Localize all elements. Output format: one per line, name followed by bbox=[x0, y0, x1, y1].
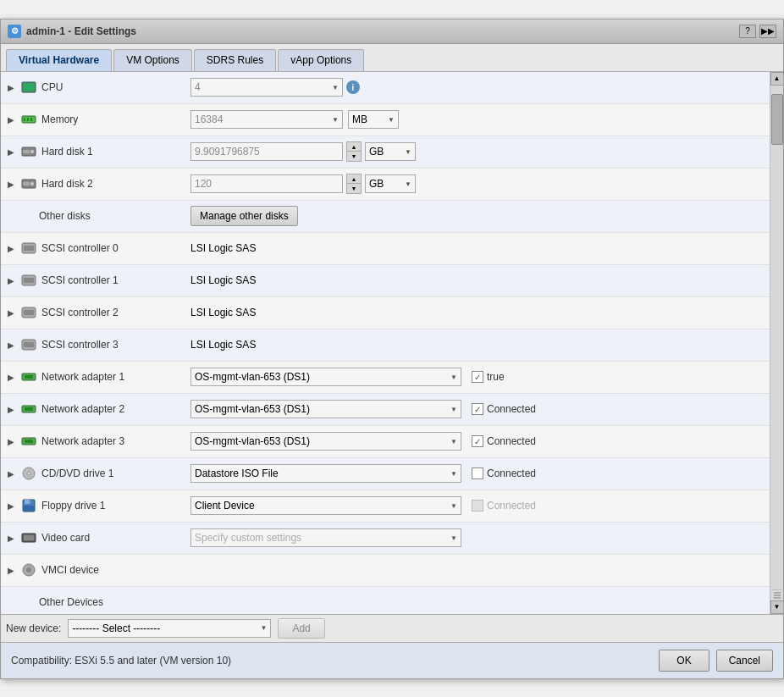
forward-button[interactable]: ▶▶ bbox=[759, 25, 776, 38]
hd1-input[interactable]: 9.9091796875 bbox=[190, 142, 343, 161]
hd1-icon bbox=[20, 145, 37, 158]
title-bar: ⚙ admin-1 - Edit Settings ? ▶▶ bbox=[1, 19, 783, 44]
nic1-connected-checkbox[interactable]: ✓ bbox=[472, 371, 483, 383]
cpu-dropdown-arrow: ▼ bbox=[332, 84, 339, 91]
hd1-value-cell: 9.9091796875 ▲ ▼ GB ▼ bbox=[190, 141, 766, 162]
hd1-spin[interactable]: ▲ ▼ bbox=[346, 141, 362, 162]
hd1-spin-down[interactable]: ▼ bbox=[347, 152, 361, 161]
table-row: Other disks Manage other disks bbox=[1, 201, 770, 233]
scsi2-icon bbox=[20, 306, 37, 319]
tab-sdrs-rules[interactable]: SDRS Rules bbox=[194, 49, 276, 71]
table-area: ▶ CPU 4 ▼ i bbox=[1, 72, 770, 614]
scsi1-value: LSI Logic SAS bbox=[190, 274, 256, 286]
hd2-input[interactable]: 120 bbox=[190, 174, 343, 193]
scroll-thumb[interactable] bbox=[771, 94, 783, 145]
svg-rect-1 bbox=[25, 84, 33, 91]
scsi3-value-cell: LSI Logic SAS bbox=[190, 339, 766, 351]
table-row: ▶ Video card Specify custom settings ▼ bbox=[1, 523, 770, 555]
memory-unit-select[interactable]: MB ▼ bbox=[348, 110, 399, 129]
scsi2-expand-arrow[interactable]: ▶ bbox=[8, 308, 18, 318]
nic1-expand-arrow[interactable]: ▶ bbox=[8, 373, 18, 382]
hd2-expand-arrow[interactable]: ▶ bbox=[8, 180, 18, 189]
hd2-spin-down[interactable]: ▼ bbox=[347, 184, 361, 193]
tab-virtual-hardware[interactable]: Virtual Hardware bbox=[6, 49, 112, 71]
hd2-spin[interactable]: ▲ ▼ bbox=[346, 174, 362, 194]
cdrom1-connected-checkbox[interactable] bbox=[472, 467, 483, 479]
scsi1-icon bbox=[20, 274, 37, 287]
scsi0-value: LSI Logic SAS bbox=[190, 242, 256, 254]
svg-rect-25 bbox=[25, 440, 33, 443]
table-row: ▶ CPU 4 ▼ i bbox=[1, 72, 770, 104]
svg-rect-19 bbox=[24, 342, 34, 347]
floppy1-connected-checkbox bbox=[472, 500, 483, 512]
hd1-spin-up[interactable]: ▲ bbox=[347, 142, 361, 152]
status-bar: Compatibility: ESXi 5.5 and later (VM ve… bbox=[1, 642, 783, 678]
nic2-expand-arrow[interactable]: ▶ bbox=[8, 405, 18, 414]
grip-line bbox=[774, 595, 781, 596]
tab-vm-options[interactable]: VM Options bbox=[113, 49, 192, 71]
manage-other-disks-button[interactable]: Manage other disks bbox=[190, 206, 298, 226]
nic3-value-cell: OS-mgmt-vlan-653 (DS1) ▼ ✓ Connected bbox=[190, 432, 766, 451]
help-button[interactable]: ? bbox=[739, 25, 756, 38]
nic2-icon bbox=[20, 402, 37, 416]
svg-rect-17 bbox=[24, 310, 34, 315]
hd1-unit-arrow: ▼ bbox=[405, 148, 411, 156]
floppy1-expand-arrow[interactable]: ▶ bbox=[8, 501, 18, 511]
hd1-unit-select[interactable]: GB ▼ bbox=[365, 142, 416, 161]
memory-icon bbox=[20, 113, 37, 126]
scsi1-expand-arrow[interactable]: ▶ bbox=[8, 276, 18, 285]
scsi3-expand-arrow[interactable]: ▶ bbox=[8, 340, 18, 350]
memory-select[interactable]: 16384 ▼ bbox=[190, 110, 343, 129]
cdrom1-connected-label: Connected bbox=[487, 467, 536, 479]
svg-point-7 bbox=[30, 150, 34, 153]
scroll-up-button[interactable]: ▲ bbox=[770, 72, 784, 86]
nic3-icon bbox=[20, 434, 37, 448]
hd2-unit-select[interactable]: GB ▼ bbox=[365, 174, 416, 193]
vmci-expand-arrow[interactable]: ▶ bbox=[8, 566, 18, 575]
nic2-label-cell: ▶ Network adapter 2 bbox=[4, 402, 190, 416]
svg-rect-8 bbox=[23, 150, 30, 153]
scsi2-value: LSI Logic SAS bbox=[190, 307, 256, 318]
window-title: admin-1 - Edit Settings bbox=[26, 25, 739, 37]
svg-rect-5 bbox=[30, 118, 32, 121]
cdrom1-expand-arrow[interactable]: ▶ bbox=[8, 469, 18, 478]
scsi3-icon bbox=[20, 338, 37, 351]
scsi1-label-cell: ▶ SCSI controller 1 bbox=[4, 274, 190, 287]
hd1-expand-arrow[interactable]: ▶ bbox=[8, 147, 18, 157]
compatibility-text: Compatibility: ESXi 5.5 and later (VM ve… bbox=[11, 655, 231, 667]
tab-vapp-options[interactable]: vApp Options bbox=[278, 49, 364, 71]
cancel-button[interactable]: Cancel bbox=[716, 650, 773, 672]
scsi3-value: LSI Logic SAS bbox=[190, 339, 256, 351]
cpu-expand-arrow[interactable]: ▶ bbox=[8, 83, 18, 92]
memory-label-cell: ▶ Memory bbox=[4, 113, 190, 126]
nic1-dropdown-arrow: ▼ bbox=[450, 373, 457, 381]
scroll-down-button[interactable]: ▼ bbox=[770, 600, 784, 614]
svg-rect-11 bbox=[23, 182, 30, 185]
resize-handle bbox=[772, 589, 782, 600]
nic3-connected-checkbox[interactable]: ✓ bbox=[472, 435, 483, 447]
svg-rect-21 bbox=[25, 375, 33, 379]
videocard-expand-arrow[interactable]: ▶ bbox=[8, 534, 18, 543]
floppy1-select[interactable]: Client Device ▼ bbox=[190, 496, 461, 515]
floppy1-value: Client Device bbox=[195, 500, 255, 512]
cdrom1-select[interactable]: Datastore ISO File ▼ bbox=[190, 464, 461, 483]
new-device-select[interactable]: -------- Select -------- ▼ bbox=[68, 619, 271, 638]
videocard-select[interactable]: Specify custom settings ▼ bbox=[190, 528, 461, 547]
nic2-connected-checkbox[interactable]: ✓ bbox=[472, 403, 483, 415]
cpu-select[interactable]: 4 ▼ bbox=[190, 78, 343, 97]
hd2-spin-up[interactable]: ▲ bbox=[347, 174, 361, 184]
memory-unit-arrow: ▼ bbox=[388, 116, 395, 124]
nic3-select[interactable]: OS-mgmt-vlan-653 (DS1) ▼ bbox=[190, 432, 461, 451]
nic1-select[interactable]: OS-mgmt-vlan-653 (DS1) ▼ bbox=[190, 368, 461, 386]
memory-expand-arrow[interactable]: ▶ bbox=[8, 115, 18, 124]
nic2-select[interactable]: OS-mgmt-vlan-653 (DS1) ▼ bbox=[190, 400, 461, 418]
hd1-label: Hard disk 1 bbox=[41, 146, 93, 158]
hd2-unit: GB bbox=[369, 178, 384, 190]
cpu-value-cell: 4 ▼ i bbox=[190, 78, 766, 97]
add-button[interactable]: Add bbox=[278, 618, 324, 639]
svg-rect-15 bbox=[24, 278, 34, 283]
scsi0-expand-arrow[interactable]: ▶ bbox=[8, 244, 18, 253]
cpu-info-icon[interactable]: i bbox=[346, 80, 360, 94]
ok-button[interactable]: OK bbox=[659, 650, 709, 672]
nic3-expand-arrow[interactable]: ▶ bbox=[8, 437, 18, 446]
